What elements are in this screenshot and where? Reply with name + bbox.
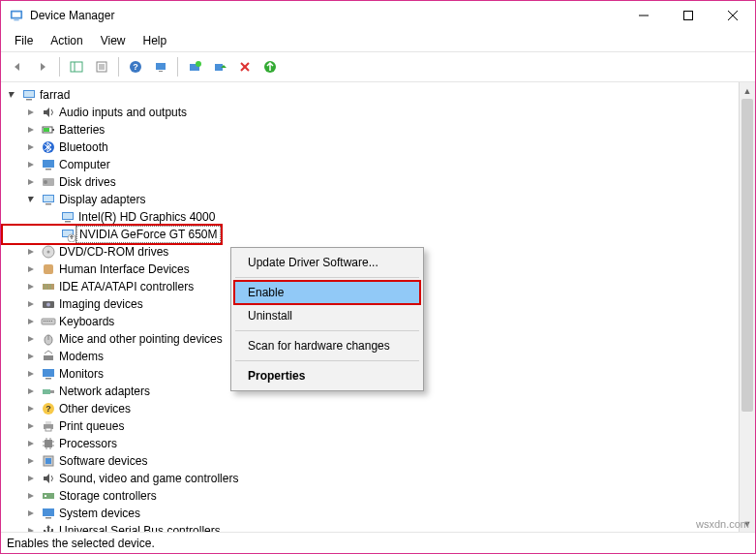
disk-icon bbox=[40, 174, 57, 190]
ide-icon bbox=[40, 279, 57, 294]
vertical-scrollbar[interactable]: ▲ ▼ bbox=[739, 82, 755, 532]
context-separator bbox=[235, 330, 419, 331]
tree-item-print[interactable]: Print queues bbox=[3, 417, 737, 435]
refresh-button[interactable] bbox=[259, 56, 281, 77]
tree-item-system[interactable]: System devices bbox=[3, 505, 737, 522]
expand-icon[interactable] bbox=[26, 299, 40, 309]
svg-rect-19 bbox=[215, 64, 223, 71]
tree-item-nvidia-gt650m[interactable]: NVIDIA GeForce GT 650M bbox=[3, 226, 221, 243]
svg-rect-40 bbox=[62, 230, 74, 237]
expand-icon[interactable] bbox=[26, 160, 40, 169]
svg-rect-61 bbox=[43, 369, 54, 377]
expand-icon[interactable] bbox=[26, 352, 40, 361]
computer-icon bbox=[20, 87, 38, 103]
tree-root[interactable]: farrad bbox=[3, 86, 737, 104]
svg-rect-30 bbox=[43, 160, 54, 168]
expand-icon[interactable] bbox=[26, 526, 40, 532]
tree-item-processors[interactable]: Processors bbox=[3, 435, 737, 452]
expand-icon[interactable] bbox=[26, 404, 40, 414]
properties-button[interactable] bbox=[91, 56, 112, 77]
enable-device-button[interactable] bbox=[209, 56, 230, 77]
svg-rect-64 bbox=[50, 390, 54, 393]
tree-item-software[interactable]: Software devices bbox=[3, 452, 737, 470]
svg-rect-7 bbox=[71, 62, 82, 72]
tree-item-display-adapters[interactable]: Display adapters bbox=[3, 191, 737, 208]
tree-item-label: Imaging devices bbox=[57, 296, 145, 312]
display-icon bbox=[40, 192, 57, 207]
context-separator bbox=[235, 360, 419, 361]
menu-file[interactable]: File bbox=[7, 32, 41, 49]
expand-icon[interactable] bbox=[26, 456, 40, 466]
context-uninstall[interactable]: Uninstall bbox=[234, 304, 420, 327]
statusbar: Enables the selected device. bbox=[1, 532, 755, 553]
expand-icon[interactable] bbox=[26, 491, 40, 501]
scrollbar-track[interactable] bbox=[740, 99, 755, 515]
svg-rect-80 bbox=[45, 458, 51, 464]
scan-hardware-button[interactable] bbox=[150, 56, 171, 77]
expand-icon[interactable] bbox=[26, 247, 40, 257]
svg-rect-35 bbox=[44, 196, 53, 201]
tree-item-usb[interactable]: Universal Serial Bus controllers bbox=[3, 522, 737, 532]
expand-icon[interactable] bbox=[26, 317, 40, 326]
tree-item-intel-graphics[interactable]: Intel(R) HD Graphics 4000 bbox=[3, 208, 737, 226]
tree-item-label: Modems bbox=[57, 349, 106, 364]
tree-item-disk-drives[interactable]: Disk drives bbox=[3, 173, 737, 191]
close-button[interactable] bbox=[711, 1, 755, 30]
expand-icon[interactable] bbox=[26, 264, 40, 274]
tree-item-bluetooth[interactable]: Bluetooth bbox=[3, 138, 737, 156]
context-update-driver[interactable]: Update Driver Software... bbox=[234, 251, 420, 274]
tree-item-other[interactable]: ?Other devices bbox=[3, 400, 737, 417]
context-properties[interactable]: Properties bbox=[234, 364, 420, 387]
menu-action[interactable]: Action bbox=[43, 32, 90, 49]
forward-button[interactable] bbox=[32, 56, 53, 77]
scroll-up-icon[interactable]: ▲ bbox=[740, 82, 755, 99]
uninstall-button[interactable] bbox=[234, 56, 256, 77]
expand-icon[interactable] bbox=[26, 474, 40, 483]
tree-item-batteries[interactable]: Batteries bbox=[3, 121, 737, 138]
device-tree[interactable]: farrad Audio inputs and outputs Batterie… bbox=[1, 82, 739, 532]
scrollbar-thumb[interactable] bbox=[741, 99, 753, 412]
expand-icon[interactable] bbox=[26, 142, 40, 152]
tree-item-sound[interactable]: Sound, video and game controllers bbox=[3, 470, 737, 487]
tree-item-storage[interactable]: Storage controllers bbox=[3, 487, 737, 505]
update-driver-button[interactable] bbox=[184, 56, 205, 77]
svg-rect-60 bbox=[44, 355, 53, 360]
help-button[interactable]: ? bbox=[125, 56, 146, 77]
svg-rect-83 bbox=[43, 508, 54, 516]
expand-icon[interactable] bbox=[26, 334, 40, 344]
tree-item-computer[interactable]: Computer bbox=[3, 156, 737, 173]
minimize-button[interactable] bbox=[621, 1, 666, 30]
expand-icon[interactable] bbox=[26, 421, 40, 431]
svg-rect-27 bbox=[52, 129, 54, 131]
expand-icon[interactable] bbox=[26, 108, 40, 117]
expand-icon[interactable] bbox=[26, 369, 40, 379]
show-hide-tree-button[interactable] bbox=[66, 56, 87, 77]
svg-line-5 bbox=[728, 11, 738, 20]
toolbar: ? bbox=[1, 51, 755, 82]
expand-icon[interactable] bbox=[26, 125, 40, 135]
tree-item-label: Storage controllers bbox=[57, 488, 159, 504]
svg-point-22 bbox=[264, 61, 276, 73]
tree-item-label: Sound, video and game controllers bbox=[57, 471, 240, 486]
svg-rect-39 bbox=[65, 221, 71, 223]
expand-icon[interactable] bbox=[26, 508, 40, 518]
maximize-button[interactable] bbox=[666, 1, 711, 30]
collapse-icon[interactable] bbox=[26, 195, 40, 204]
svg-rect-36 bbox=[45, 203, 51, 205]
svg-rect-55 bbox=[47, 321, 48, 322]
system-icon bbox=[40, 506, 57, 521]
svg-rect-15 bbox=[156, 63, 166, 70]
expand-icon[interactable] bbox=[26, 386, 40, 396]
expand-icon[interactable] bbox=[26, 282, 40, 292]
expand-icon[interactable] bbox=[26, 177, 40, 187]
back-button[interactable] bbox=[7, 56, 28, 77]
menu-view[interactable]: View bbox=[93, 32, 134, 49]
context-scan[interactable]: Scan for hardware changes bbox=[234, 334, 420, 357]
menu-help[interactable]: Help bbox=[136, 32, 175, 49]
svg-point-29 bbox=[43, 141, 54, 153]
svg-line-21 bbox=[241, 63, 249, 71]
collapse-icon[interactable] bbox=[7, 90, 20, 100]
expand-icon[interactable] bbox=[26, 439, 40, 448]
tree-item-audio[interactable]: Audio inputs and outputs bbox=[3, 104, 737, 121]
context-enable[interactable]: Enable bbox=[234, 281, 420, 304]
